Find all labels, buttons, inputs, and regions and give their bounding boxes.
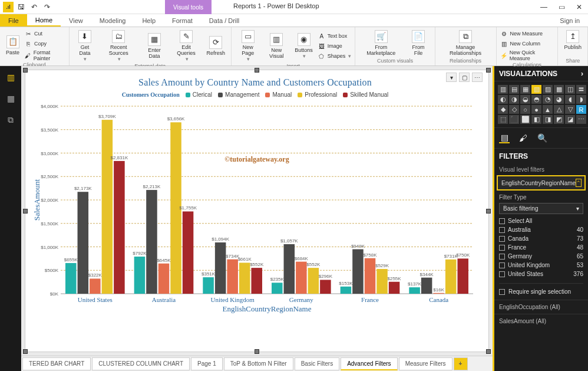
legend-item-skilled-manual[interactable]: Skilled Manual (343, 91, 388, 98)
bar[interactable] (90, 278, 101, 294)
new-page-button[interactable]: ▭New Page▾ (235, 29, 260, 63)
tab-format[interactable]: Format (164, 14, 201, 27)
bar[interactable] (78, 192, 89, 294)
viz-gallery-item[interactable]: 〓 (576, 85, 586, 94)
collapse-icon[interactable]: ⌃ (576, 179, 582, 187)
publish-button[interactable]: ↥Publish (561, 29, 584, 51)
new-visual-button[interactable]: ▥New Visual (263, 32, 290, 60)
viz-gallery-item[interactable]: ▥ (498, 85, 508, 94)
viz-gallery-item[interactable]: ◨ (543, 115, 553, 124)
page-tab[interactable]: Page 1 (191, 357, 223, 370)
manage-relationships-button[interactable]: ⧉Manage Relationships (439, 29, 493, 57)
viz-gallery-item[interactable]: ▽ (565, 105, 575, 114)
viz-gallery-item[interactable]: ▧ (531, 85, 541, 94)
bar[interactable] (203, 277, 214, 294)
viz-gallery-item[interactable]: ○ (520, 105, 530, 114)
viz-gallery-item[interactable]: ⬜ (520, 115, 530, 124)
bar[interactable] (376, 269, 388, 294)
viz-gallery-item[interactable]: ◖ (565, 95, 575, 104)
page-tab[interactable]: Measure Filters (399, 357, 452, 370)
viz-gallery-item[interactable]: ▨ (543, 85, 553, 94)
bar[interactable] (227, 260, 238, 294)
viz-gallery-item[interactable]: ◕ (554, 95, 564, 104)
require-single-selection[interactable]: Require single selection (499, 283, 583, 295)
edit-queries-button[interactable]: ✎Edit Queries▾ (171, 29, 202, 63)
tab-data-drill[interactable]: Data / Drill (201, 14, 247, 27)
bar[interactable] (352, 249, 364, 294)
viz-gallery-item[interactable]: ▩ (554, 85, 564, 94)
recent-sources-button[interactable]: 🗂Recent Sources▾ (99, 29, 138, 63)
signin-link[interactable]: Sign in (551, 14, 588, 27)
fields-tab-icon[interactable]: ▤ (499, 133, 510, 143)
bar[interactable] (215, 242, 226, 294)
paste-button[interactable]: 📋Paste (4, 34, 22, 57)
filter-field-salesamount[interactable]: SalesAmount (All) (494, 314, 588, 328)
bar[interactable] (409, 287, 420, 294)
bar[interactable] (389, 282, 400, 294)
redo-icon[interactable]: ↷ (41, 1, 53, 13)
viz-gallery-item[interactable]: ⬚ (498, 115, 508, 124)
textbox-button[interactable]: AText box (318, 31, 352, 41)
format-painter-button[interactable]: 🖌Format Painter (24, 49, 65, 62)
viz-gallery-item[interactable]: ◇ (509, 105, 519, 114)
bar[interactable] (272, 283, 283, 294)
bar[interactable] (445, 260, 457, 294)
cut-button[interactable]: ✂Cut (24, 29, 65, 38)
viz-gallery-item[interactable]: ◐ (498, 95, 508, 104)
bar[interactable] (296, 262, 307, 294)
viz-gallery-item[interactable]: ⬛ (509, 115, 519, 124)
image-button[interactable]: 🖼Image (318, 41, 352, 51)
viz-gallery-item[interactable]: ⋯ (576, 115, 586, 124)
file-tab[interactable]: File (0, 14, 27, 27)
from-marketplace-button[interactable]: 🛒From Marketplace (359, 29, 403, 57)
bar[interactable] (308, 268, 319, 294)
bar[interactable] (239, 262, 250, 294)
viz-gallery-item[interactable]: ◆ (498, 105, 508, 114)
bar[interactable] (457, 258, 468, 294)
column-chart-visual[interactable]: Sales Amount by Country Name and Custome… (25, 70, 488, 352)
viz-gallery-item[interactable]: ◔ (543, 95, 553, 104)
report-page[interactable]: ▾ ▢ ⋯ Sales Amount by Country Name and C… (25, 70, 489, 352)
page-tab-add[interactable]: + (454, 357, 468, 370)
tab-home[interactable]: Home (27, 14, 61, 27)
page-tab[interactable]: Advanced Filters (341, 357, 397, 370)
filter-item-select-all[interactable]: Select All (499, 216, 583, 225)
from-file-button[interactable]: 📄From File (405, 29, 431, 57)
viz-gallery-item[interactable]: ▤ (509, 85, 519, 94)
bar[interactable] (320, 280, 331, 294)
bar[interactable] (158, 264, 170, 294)
bar[interactable] (183, 211, 194, 294)
viz-gallery-item[interactable]: R (576, 105, 586, 114)
bar[interactable] (134, 257, 146, 294)
legend-item-professional[interactable]: Professional (298, 91, 337, 98)
format-tab-icon[interactable]: 🖌 (518, 133, 528, 143)
viz-gallery-item[interactable]: △ (554, 105, 564, 114)
legend-item-manual[interactable]: Manual (265, 91, 292, 98)
analytics-tab-icon[interactable]: 🔍 (537, 133, 547, 143)
filter-item[interactable]: Canada73 (499, 234, 583, 243)
filter-field-country[interactable]: EnglishCountryRegionName ⌃ (498, 176, 584, 189)
viz-gallery-item[interactable]: ◩ (554, 115, 564, 124)
shapes-button[interactable]: ⬠Shapes▾ (318, 51, 352, 61)
viz-gallery-item[interactable]: ◪ (565, 115, 575, 124)
buttons-button[interactable]: ◉Buttons▾ (292, 32, 315, 60)
page-tab[interactable]: CLUSTERED COLUMN CHART (92, 357, 190, 370)
page-tab[interactable]: Basic Filters (295, 357, 339, 370)
enter-data-button[interactable]: ▦Enter Data (140, 32, 168, 60)
data-view-icon[interactable]: ▦ (5, 93, 16, 104)
tab-help[interactable]: Help (134, 14, 164, 27)
viz-gallery-item[interactable]: ◗ (576, 95, 586, 104)
new-measure-button[interactable]: ⚙New Measure (500, 29, 554, 38)
legend-item-clerical[interactable]: Clerical (186, 91, 212, 98)
bar[interactable] (365, 258, 376, 294)
filter-item[interactable]: Australia40 (499, 225, 583, 234)
viz-gallery-item[interactable]: ◧ (531, 115, 541, 124)
page-tab[interactable]: ToP & Bottom N Filter (224, 357, 293, 370)
filter-type-select[interactable]: Basic filtering▾ (499, 203, 583, 214)
legend-item-management[interactable]: Management (218, 91, 259, 98)
filter-item[interactable]: Germany65 (499, 252, 583, 261)
refresh-button[interactable]: ⟳Refresh (204, 35, 228, 57)
get-data-button[interactable]: ⬇Get Data▾ (73, 29, 97, 63)
viz-gallery-item[interactable]: ◑ (509, 95, 519, 104)
copy-button[interactable]: ⎘Copy (24, 39, 65, 48)
